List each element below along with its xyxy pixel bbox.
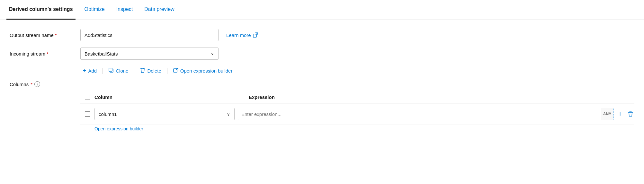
row-check-wrap — [80, 111, 94, 117]
output-stream-name-input[interactable] — [80, 29, 219, 41]
row-delete-button[interactable] — [627, 110, 634, 118]
info-icon: i — [34, 81, 40, 87]
select-all-checkbox[interactable] — [85, 95, 90, 100]
delete-label: Delete — [147, 68, 161, 74]
tab-data-preview-label: Data preview — [144, 6, 174, 12]
open-expression-builder-label: Open expression builder — [180, 68, 233, 74]
expression-cell: ANY + — [238, 108, 634, 120]
expression-builder-icon — [173, 68, 178, 74]
clone-label: Clone — [116, 68, 128, 74]
incoming-stream-label: Incoming stream * — [10, 51, 80, 57]
delete-button[interactable]: Delete — [138, 66, 164, 75]
incoming-stream-select[interactable]: BasketballStats — [80, 48, 219, 60]
columns-table-wrapper: Column Expression column1 ∨ — [80, 91, 634, 131]
learn-more-label: Learn more — [226, 32, 251, 38]
clone-icon — [109, 68, 114, 74]
output-stream-required-star: * — [55, 32, 57, 38]
add-icon: + — [83, 67, 86, 74]
table-row: column1 ∨ ANY + — [80, 103, 634, 125]
any-badge: ANY — [601, 108, 613, 120]
row-checkbox[interactable] — [85, 111, 90, 117]
learn-more-link[interactable]: Learn more — [226, 32, 258, 38]
open-expression-builder-button[interactable]: Open expression builder — [171, 66, 235, 75]
toolbar-separator-3 — [167, 68, 167, 74]
tab-derived-column-settings-label: Derived column's settings — [9, 6, 73, 12]
external-link-icon — [253, 32, 258, 38]
header-expression-label: Expression — [249, 94, 634, 100]
content-area: Output stream name * Learn more Incoming… — [0, 20, 644, 138]
column-select[interactable]: column1 — [94, 108, 235, 120]
incoming-stream-row: Incoming stream * BasketballStats ∨ — [10, 48, 634, 60]
svg-rect-2 — [109, 68, 112, 71]
columns-label: Columns * i — [10, 81, 40, 87]
tab-derived-column-settings[interactable]: Derived column's settings — [6, 0, 76, 20]
output-stream-name-row: Output stream name * Learn more — [10, 29, 634, 41]
toolbar-separator-2 — [134, 68, 134, 74]
tab-inspect-label: Inspect — [116, 6, 133, 12]
toolbar-separator-1 — [103, 68, 103, 74]
columns-required-star: * — [31, 82, 32, 87]
page-container: Derived column's settings Optimize Inspe… — [0, 0, 644, 184]
add-label: Add — [88, 68, 97, 74]
tab-optimize-label: Optimize — [85, 6, 105, 12]
output-stream-name-label: Output stream name * — [10, 32, 80, 38]
header-column-label: Column — [94, 94, 249, 100]
tab-optimize[interactable]: Optimize — [82, 0, 107, 20]
header-check-col — [80, 95, 94, 100]
incoming-stream-required-star: * — [47, 51, 49, 57]
add-button[interactable]: + Add — [80, 66, 99, 75]
incoming-stream-select-wrapper: BasketballStats ∨ — [80, 48, 219, 60]
delete-icon — [140, 67, 145, 74]
columns-section: Columns * i Column Expression — [10, 81, 634, 131]
clone-button[interactable]: Clone — [106, 66, 131, 75]
table-header-row: Column Expression — [80, 91, 634, 103]
toolbar-row: + Add Clone — [80, 66, 634, 75]
columns-label-row: Columns * i — [10, 81, 634, 87]
tab-bar: Derived column's settings Optimize Inspe… — [0, 0, 644, 20]
row-add-button[interactable]: + — [617, 109, 623, 119]
tab-inspect[interactable]: Inspect — [114, 0, 136, 20]
expression-input[interactable] — [238, 108, 601, 120]
expression-input-wrapper: ANY — [238, 108, 613, 120]
open-expression-builder-link[interactable]: Open expression builder — [94, 126, 634, 131]
column-dropdown-wrapper: column1 ∨ — [94, 108, 235, 120]
tab-data-preview[interactable]: Data preview — [142, 0, 177, 20]
